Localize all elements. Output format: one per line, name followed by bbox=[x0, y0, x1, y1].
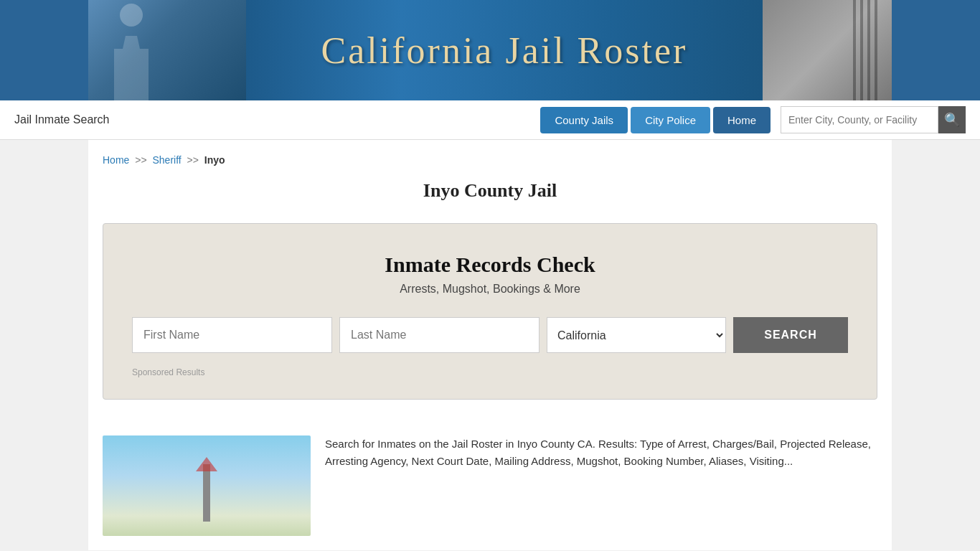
breadcrumb-current: Inyo bbox=[204, 154, 225, 166]
records-box-title: Inmate Records Check bbox=[132, 253, 848, 277]
county-image bbox=[103, 435, 311, 536]
home-button[interactable]: Home bbox=[713, 107, 771, 133]
nav-search-input[interactable] bbox=[781, 106, 938, 133]
banner-center: California Jail Roster bbox=[246, 0, 763, 100]
banner-jail-image bbox=[763, 0, 892, 100]
breadcrumb-sep2: >> bbox=[187, 154, 199, 166]
records-box-subtitle: Arrests, Mugshot, Bookings & More bbox=[132, 283, 848, 296]
search-icon: 🔍 bbox=[944, 112, 960, 128]
nav-search-wrap: 🔍 bbox=[781, 106, 966, 133]
last-name-input[interactable] bbox=[339, 317, 540, 353]
state-select[interactable]: AlabamaAlaskaArizonaArkansasCaliforniaCo… bbox=[547, 317, 726, 353]
breadcrumb-home[interactable]: Home bbox=[103, 154, 129, 166]
breadcrumb-sheriff[interactable]: Sheriff bbox=[153, 154, 182, 166]
first-name-input[interactable] bbox=[132, 317, 332, 353]
records-search-button[interactable]: SEARCH bbox=[733, 317, 848, 353]
bottom-section: Search for Inmates on the Jail Roster in… bbox=[103, 421, 877, 550]
city-police-button[interactable]: City Police bbox=[631, 107, 710, 133]
bottom-description: Search for Inmates on the Jail Roster in… bbox=[325, 435, 877, 536]
page-title: Inyo County Jail bbox=[103, 180, 877, 202]
records-search-row: AlabamaAlaskaArizonaArkansasCaliforniaCo… bbox=[132, 317, 848, 353]
breadcrumb: Home >> Sheriff >> Inyo bbox=[103, 154, 877, 166]
navbar-brand: Jail Inmate Search bbox=[14, 113, 110, 126]
header-banner: California Jail Roster bbox=[0, 0, 980, 100]
site-title: California Jail Roster bbox=[321, 29, 688, 72]
sponsored-label: Sponsored Results bbox=[132, 367, 848, 377]
county-jails-button[interactable]: County Jails bbox=[540, 107, 628, 133]
navbar: Jail Inmate Search County Jails City Pol… bbox=[0, 100, 980, 140]
nav-search-button[interactable]: 🔍 bbox=[938, 106, 966, 133]
records-check-box: Inmate Records Check Arrests, Mugshot, B… bbox=[103, 223, 877, 400]
banner-capitol-image bbox=[88, 0, 246, 100]
navbar-links: County Jails City Police Home 🔍 bbox=[540, 106, 966, 133]
main-content: Home >> Sheriff >> Inyo Inyo County Jail… bbox=[88, 140, 892, 550]
breadcrumb-sep1: >> bbox=[135, 154, 146, 166]
